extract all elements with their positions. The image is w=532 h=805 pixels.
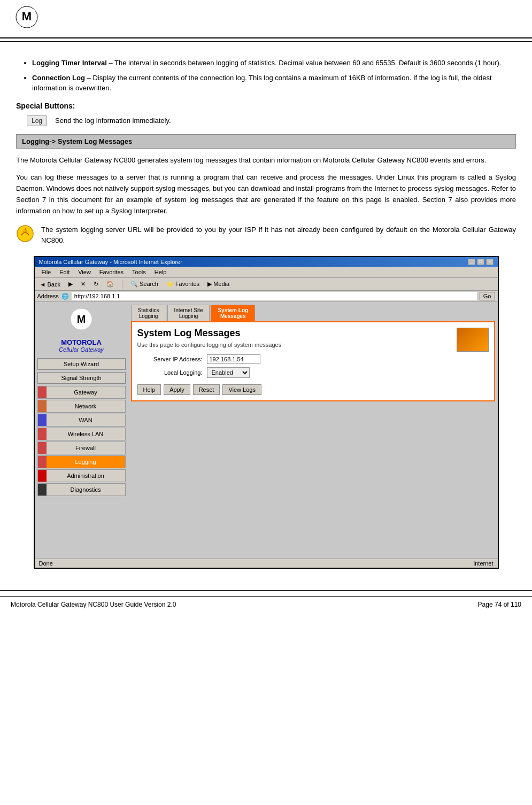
menu-favorites[interactable]: Favorites [95,268,128,276]
menu-file[interactable]: File [37,268,56,276]
log-button-image: Log [27,115,47,126]
forward-button[interactable]: ▶ [66,280,75,289]
browser-title: Motorola Cellular Gateway - Microsoft In… [39,259,182,265]
sidebar-item-wireless-label: Wireless LAN [47,430,125,438]
special-buttons-section: Special Buttons: Log Send the log inform… [16,102,516,126]
reset-button[interactable]: Reset [193,384,220,395]
wireless-nav-indicator [38,428,47,440]
bullet-term-2: Connection Log [32,74,85,82]
view-logs-button[interactable]: View Logs [222,384,261,395]
sidebar-item-wan[interactable]: WAN [37,414,126,427]
system-log-messages-panel: System Log Messages Use this page to con… [131,321,495,401]
menu-view[interactable]: View [74,268,95,276]
refresh-button[interactable]: ↻ [91,280,101,289]
motorola-logo-icon: M [11,5,43,32]
panel-subtitle: Use this page to configure logging of sy… [137,342,282,348]
sidebar-item-gateway[interactable]: Gateway [37,386,126,399]
admin-nav-indicator [38,470,47,482]
sidebar-item-administration[interactable]: Administration [37,469,126,482]
bullet-desc-2: Display the current contents of the conn… [32,74,492,92]
sidebar-sub-text: Cellular Gateway [37,346,126,353]
sidebar-item-administration-label: Administration [47,471,125,480]
tab-statistics-logging[interactable]: StatisticsLogging [131,305,166,321]
minimize-button[interactable]: _ [468,259,475,265]
panel-title: System Log Messages [137,328,282,339]
setup-wizard-button[interactable]: Setup Wizard [37,358,126,370]
browser-toolbar: ◄ Back ▶ ✕ ↻ 🏠 🔍 Search ⭐ Favorites ▶ Me… [35,278,498,291]
close-button[interactable]: × [486,259,494,265]
bullet-term-1: Logging Timer Interval [32,59,107,67]
paragraph-2: You can log these messages to a server t… [16,172,516,216]
sidebar-item-logging-label: Logging [47,458,125,466]
favorites-toolbar-button[interactable]: ⭐ Favorites [164,280,202,289]
diagnostics-nav-indicator [38,484,47,496]
footer-right: Page 74 of 110 [478,601,521,608]
sidebar-item-wan-label: WAN [47,416,125,424]
log-button-row: Log Send the log information immediately… [27,115,516,126]
sidebar-logo-area: M MOTOROLA Cellular Gateway [37,305,126,357]
panel-buttons: Help Apply Reset View Logs [137,384,489,395]
info-warning-icon: ⚠ [16,225,35,243]
sidebar-item-diagnostics[interactable]: Diagnostics [37,483,126,496]
sidebar: M MOTOROLA Cellular Gateway Setup Wizard… [35,302,128,559]
paragraph-1: The Motorola Cellular Gateway NC800 gene… [16,155,516,166]
status-left: Done [39,560,53,567]
browser-status-bar: Done Internet [35,559,498,568]
svg-text:M: M [77,313,86,325]
log-button-description: Send the log information immediately. [55,117,171,125]
sidebar-motorola-logo-icon: M [60,307,103,337]
apply-button[interactable]: Apply [164,384,190,395]
search-toolbar-button[interactable]: 🔍 Search [128,280,161,289]
stop-button[interactable]: ✕ [78,280,88,289]
menu-tools[interactable]: Tools [128,268,150,276]
go-button[interactable]: Go [480,292,495,300]
menu-help[interactable]: Help [150,268,171,276]
wan-nav-indicator [38,414,47,426]
footer-left: Motorola Cellular Gateway NC800 User Gui… [11,601,176,608]
menu-edit[interactable]: Edit [55,268,74,276]
bullet-desc-1: The interval in seconds between logging … [114,59,501,67]
tab-bar: StatisticsLogging Internet SiteLogging S… [131,305,495,321]
sidebar-item-diagnostics-label: Diagnostics [47,485,125,494]
maximize-button[interactable]: □ [477,259,484,265]
sidebar-item-firewall-label: Firewall [47,444,125,452]
header-divider [0,41,532,42]
browser-menu-bar: File Edit View Favorites Tools Help [35,267,498,278]
server-ip-label: Server IP Address: [137,356,207,362]
browser-address-bar: Address 🌐 Go [35,291,498,302]
sidebar-item-wireless-lan[interactable]: Wireless LAN [37,428,126,440]
info-box: ⚠ The system logging server URL will be … [16,225,516,245]
signal-strength-button[interactable]: Signal Strength [37,372,126,384]
svg-text:M: M [22,10,32,23]
address-input[interactable] [72,292,477,300]
sidebar-item-gateway-label: Gateway [47,388,125,397]
sidebar-item-network-label: Network [47,402,125,411]
server-ip-input[interactable] [207,354,260,364]
help-button[interactable]: Help [137,384,161,395]
section-header-bar: Logging-> System Log Messages [16,134,516,149]
panel-header-left: System Log Messages Use this page to con… [137,328,282,354]
footer-divider [0,590,532,591]
main-content-area: StatisticsLogging Internet SiteLogging S… [128,302,498,559]
local-logging-select[interactable]: Enabled Disabled [207,367,250,378]
sidebar-item-network[interactable]: Network [37,400,126,413]
bullet-list: Logging Timer Interval – The interval in… [32,58,516,94]
page-header: M [0,0,532,38]
sidebar-item-firewall[interactable]: Firewall [37,442,126,454]
address-label: Address [37,293,59,299]
firewall-nav-indicator [38,442,47,454]
bullet-sep-2: – [85,74,92,82]
bullet-logging-timer: Logging Timer Interval – The interval in… [32,58,516,68]
tab-internet-site-logging[interactable]: Internet SiteLogging [167,305,210,321]
sidebar-item-logging[interactable]: Logging [37,455,126,468]
info-text: The system logging server URL will be pr… [41,225,516,245]
browser-window-controls[interactable]: _ □ × [468,259,494,265]
tab-system-log-messages[interactable]: System LogMessages [211,305,255,321]
gateway-ui: M MOTOROLA Cellular Gateway Setup Wizard… [35,302,498,559]
back-button[interactable]: ◄ Back [37,280,63,289]
bullet-connection-log: Connection Log – Display the current con… [32,73,516,94]
browser-title-bar: Motorola Cellular Gateway - Microsoft In… [35,257,498,267]
panel-header: System Log Messages Use this page to con… [137,328,489,354]
media-toolbar-button[interactable]: ▶ Media [205,280,232,289]
home-button[interactable]: 🏠 [104,280,117,289]
